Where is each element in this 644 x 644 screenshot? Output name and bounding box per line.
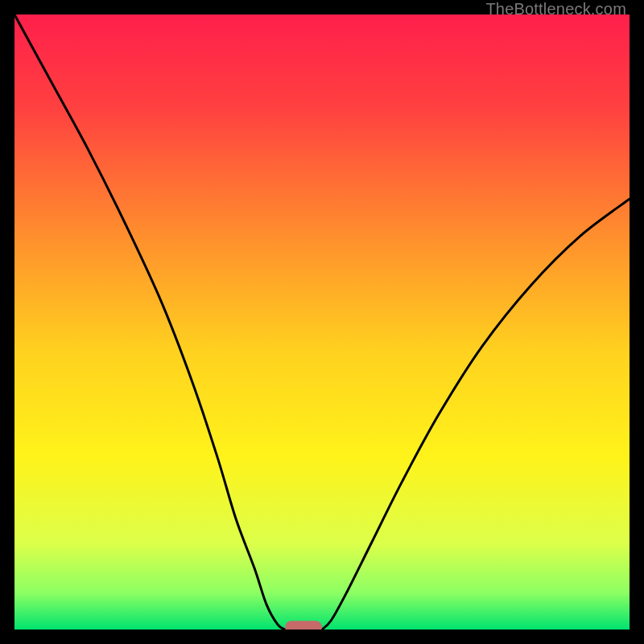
chart-svg — [14, 14, 630, 630]
gradient-background — [14, 14, 630, 630]
watermark-text: TheBottleneck.com — [485, 0, 626, 19]
min-marker — [285, 621, 322, 630]
chart-frame — [14, 14, 630, 630]
